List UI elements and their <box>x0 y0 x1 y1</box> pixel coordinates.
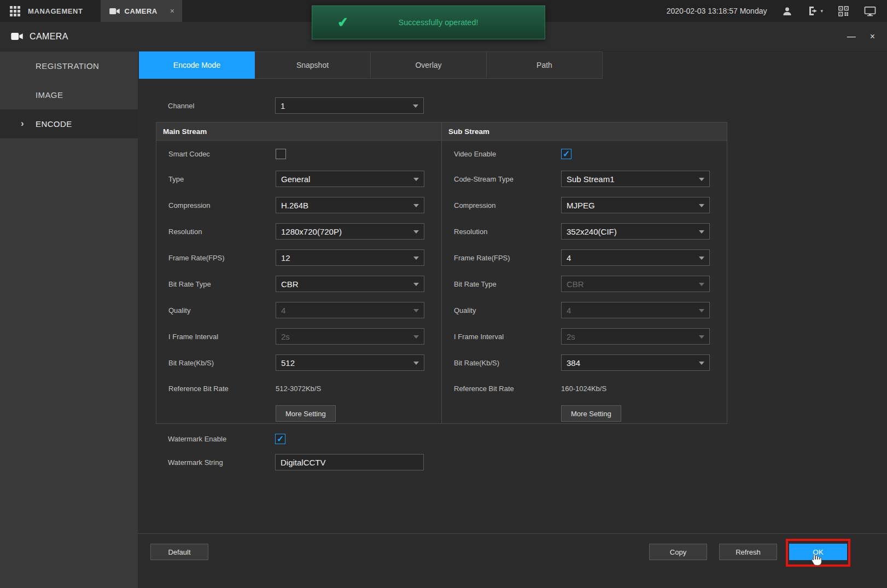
sub-i-frame-interval-label: I Frame Interval <box>454 333 561 341</box>
video-enable-checkbox[interactable] <box>561 149 571 159</box>
window-controls: — × <box>847 32 875 41</box>
logout-icon[interactable]: ▾ <box>808 6 823 16</box>
main-reference-bit-rate-label: Reference Bit Rate <box>168 385 276 393</box>
copy-button[interactable]: Copy <box>649 544 707 560</box>
main-compression-value: H.264B <box>281 201 308 210</box>
sub-stream-header: Sub Stream <box>442 123 727 141</box>
ok-button[interactable]: OK <box>789 544 847 560</box>
chevron-down-icon <box>413 309 419 312</box>
main-bit-rate-select[interactable]: 512 <box>276 354 424 371</box>
main-content: Encode Mode Snapshot Overlay Path Channe… <box>138 51 887 588</box>
chevron-down-icon <box>699 204 704 207</box>
main-frame-rate-select[interactable]: 12 <box>276 249 424 266</box>
close-button[interactable]: × <box>870 32 875 41</box>
main-stream-header: Main Stream <box>156 123 441 141</box>
toast-message: Successfully operated! <box>348 18 545 27</box>
main-quality-select: 4 <box>276 302 424 318</box>
watermark-enable-label: Watermark Enable <box>168 435 275 443</box>
tab-snapshot[interactable]: Snapshot <box>255 51 371 79</box>
user-icon[interactable] <box>782 6 792 16</box>
toast-notification: ✔ Successfully operated! <box>312 5 545 39</box>
chevron-down-icon <box>699 309 704 312</box>
camera-icon <box>11 32 23 40</box>
app-window: MANAGEMENT CAMERA × 2020-02-03 13:18:57 … <box>0 0 887 588</box>
chevron-down-icon <box>699 257 704 260</box>
sub-quality-select: 4 <box>561 302 710 318</box>
chevron-down-icon: ▾ <box>820 8 823 14</box>
sub-quality-value: 4 <box>567 306 571 315</box>
camera-top-tab-label: CAMERA <box>125 7 157 15</box>
sub-frame-rate-value: 4 <box>567 253 571 263</box>
form-row: Bit Rate Type CBR <box>156 271 441 297</box>
footer-bar: Default Copy Refresh OK <box>138 533 887 588</box>
sub-quality-label: Quality <box>454 306 561 315</box>
apps-grid-icon[interactable] <box>10 6 20 16</box>
main-compression-select[interactable]: H.264B <box>276 197 424 213</box>
sidebar-item-registration[interactable]: REGISTRATION <box>0 51 138 80</box>
tab-label: Encode Mode <box>173 61 220 69</box>
chevron-down-icon <box>413 257 419 260</box>
chevron-down-icon <box>699 335 704 339</box>
chevron-down-icon <box>699 230 704 234</box>
qr-code-icon[interactable] <box>838 6 849 16</box>
form-row: Frame Rate(FPS) 12 <box>156 244 441 271</box>
form-row: I Frame Interval 2s <box>156 323 441 350</box>
tab-overlay[interactable]: Overlay <box>371 51 487 79</box>
sub-frame-rate-select[interactable]: 4 <box>561 249 710 266</box>
main-i-frame-interval-label: I Frame Interval <box>168 333 276 341</box>
sub-more-setting-button[interactable]: More Setting <box>561 405 621 422</box>
sub-frame-rate-label: Frame Rate(FPS) <box>454 254 561 262</box>
management-label[interactable]: MANAGEMENT <box>28 7 83 15</box>
sub-bit-rate-label: Bit Rate(Kb/S) <box>454 359 561 367</box>
watermark-string-input[interactable] <box>275 454 424 470</box>
watermark-enable-row: Watermark Enable <box>168 429 285 448</box>
form-row: Resolution 1280x720(720P) <box>156 218 441 244</box>
datetime-label: 2020-02-03 13:18:57 Monday <box>667 7 767 15</box>
channel-row: Channel 1 <box>168 97 424 114</box>
chevron-down-icon <box>413 178 419 181</box>
tab-bar: Encode Mode Snapshot Overlay Path <box>139 51 603 79</box>
main-more-setting-button[interactable]: More Setting <box>276 405 336 422</box>
sub-code-stream-type-label: Code-Stream Type <box>454 175 561 183</box>
chevron-down-icon <box>413 204 419 207</box>
tab-path[interactable]: Path <box>487 51 603 79</box>
chevron-down-icon <box>413 335 419 339</box>
smart-codec-checkbox[interactable] <box>276 149 286 159</box>
form-row: Bit Rate(Kb/S) 512 <box>156 350 441 376</box>
main-resolution-select[interactable]: 1280x720(720P) <box>276 223 424 240</box>
main-i-frame-interval-select: 2s <box>276 328 424 345</box>
close-tab-icon[interactable]: × <box>170 7 174 15</box>
sub-resolution-select[interactable]: 352x240(CIF) <box>561 223 710 240</box>
sub-bit-rate-value: 384 <box>567 358 580 368</box>
sub-bit-rate-select[interactable]: 384 <box>561 354 710 371</box>
channel-select[interactable]: 1 <box>275 97 424 114</box>
watermark-enable-checkbox[interactable] <box>275 434 285 444</box>
sub-compression-select[interactable]: MJPEG <box>561 197 710 213</box>
default-button[interactable]: Default <box>150 544 208 560</box>
main-bit-rate-type-select[interactable]: CBR <box>276 276 424 292</box>
sub-i-frame-interval-value: 2s <box>567 332 575 341</box>
display-icon[interactable] <box>864 6 876 16</box>
main-type-value: General <box>281 174 310 184</box>
chevron-down-icon <box>413 283 419 286</box>
chevron-down-icon <box>413 230 419 234</box>
minimize-button[interactable]: — <box>847 32 856 41</box>
form-row: Code-Stream Type Sub Stream1 <box>442 166 727 192</box>
form-row: Bit Rate Type CBR <box>442 271 727 297</box>
sub-code-stream-type-select[interactable]: Sub Stream1 <box>561 171 710 187</box>
sub-bit-rate-type-select: CBR <box>561 276 710 292</box>
sidebar-item-image[interactable]: IMAGE <box>0 80 138 109</box>
sub-stream-panel: Sub Stream Video Enable Code-Stream Type… <box>441 123 727 423</box>
form-row: Quality 4 <box>442 297 727 323</box>
sub-bit-rate-type-value: CBR <box>567 280 584 289</box>
tab-encode-mode[interactable]: Encode Mode <box>139 51 255 79</box>
main-type-select[interactable]: General <box>276 171 424 187</box>
camera-top-tab[interactable]: CAMERA × <box>101 0 182 22</box>
main-bit-rate-value: 512 <box>281 358 295 368</box>
sub-code-stream-type-value: Sub Stream1 <box>567 174 615 184</box>
sub-i-frame-interval-select: 2s <box>561 328 710 345</box>
sidebar-item-encode[interactable]: › ENCODE <box>0 109 138 138</box>
refresh-button[interactable]: Refresh <box>719 544 777 560</box>
sub-resolution-label: Resolution <box>454 228 561 236</box>
chevron-right-icon: › <box>21 118 24 129</box>
